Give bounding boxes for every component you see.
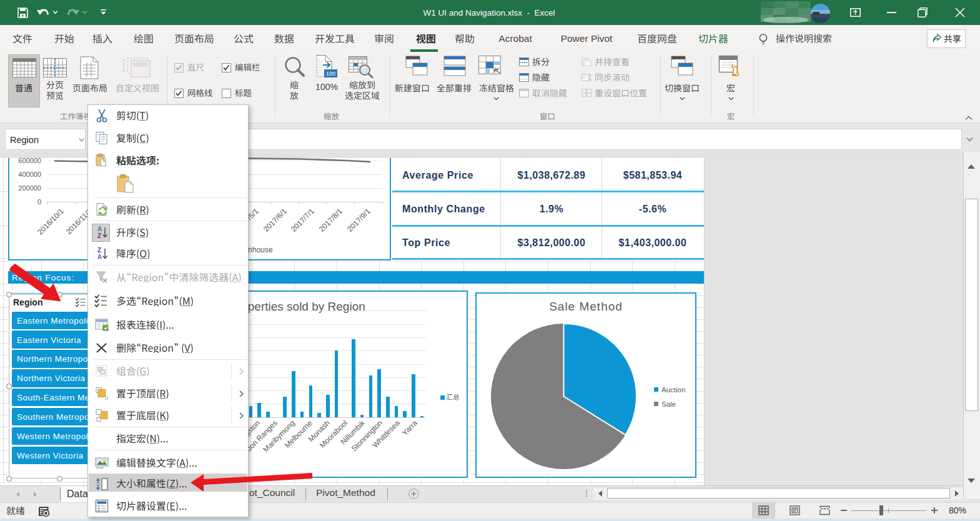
svg-text:A: A (97, 254, 102, 260)
svg-text:Z: Z (97, 232, 101, 239)
svg-text:Z: Z (97, 247, 101, 254)
svg-text:100: 100 (326, 71, 335, 77)
svg-text:A: A (97, 226, 102, 232)
